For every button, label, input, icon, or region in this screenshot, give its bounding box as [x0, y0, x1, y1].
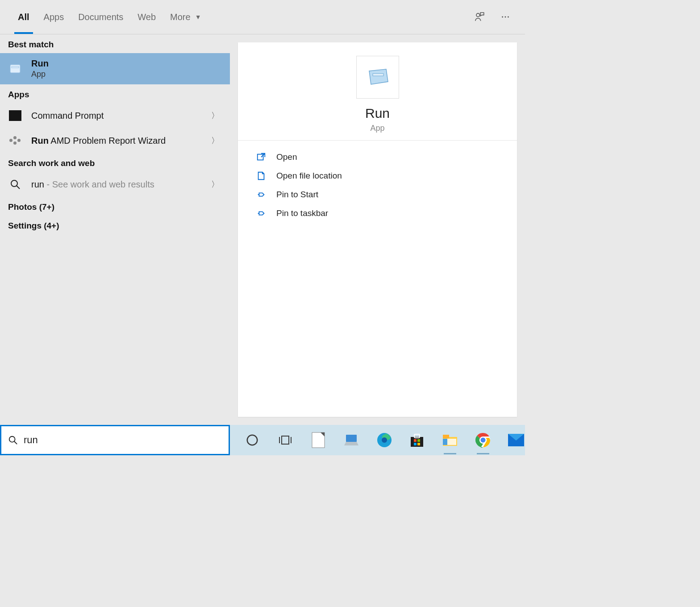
pin-icon — [253, 190, 269, 200]
feedback-icon[interactable] — [471, 8, 488, 26]
action-pin-to-taskbar[interactable]: Pin to taskbar — [238, 204, 517, 223]
result-title: Run — [31, 58, 222, 69]
chevron-right-icon[interactable]: 〉 — [208, 179, 222, 190]
action-label: Open file location — [276, 171, 342, 181]
svg-point-0 — [476, 13, 480, 17]
chevron-right-icon[interactable]: 〉 — [208, 110, 222, 121]
taskbar-chrome[interactable] — [474, 430, 492, 450]
preview-header: Run App — [238, 42, 517, 141]
action-list: Open Open file location Pin to Start Pin… — [238, 141, 517, 230]
cmd-icon — [8, 108, 22, 123]
svg-rect-32 — [443, 439, 447, 445]
svg-line-12 — [14, 441, 17, 444]
svg-rect-26 — [417, 439, 420, 442]
preview-panel: Run App Open Open file location Pin to S… — [238, 42, 517, 417]
section-best-match: Best match — [0, 34, 230, 53]
taskbar — [230, 425, 525, 455]
result-text: run - See work and web results — [31, 179, 208, 190]
tab-apps[interactable]: Apps — [37, 0, 71, 34]
action-label: Open — [276, 152, 297, 162]
taskbar-file-explorer[interactable] — [441, 430, 459, 450]
svg-rect-25 — [414, 439, 417, 442]
svg-point-6 — [11, 180, 17, 187]
run-large-icon — [356, 56, 399, 99]
svg-line-7 — [17, 186, 20, 189]
amd-icon — [8, 133, 22, 148]
taskbar-cortana[interactable] — [243, 430, 261, 450]
pin-icon — [253, 208, 269, 218]
svg-rect-10 — [258, 154, 263, 160]
svg-point-35 — [481, 438, 486, 443]
search-input[interactable] — [24, 434, 223, 446]
svg-point-1 — [502, 17, 503, 18]
taskbar-mail[interactable] — [507, 430, 525, 450]
preview-subtitle: App — [238, 124, 517, 133]
preview-panel-wrapper: Run App Open Open file location Pin to S… — [230, 34, 525, 425]
action-label: Pin to taskbar — [276, 208, 328, 218]
section-apps: Apps — [0, 84, 230, 103]
result-run-app[interactable]: Run App — [0, 53, 230, 84]
svg-rect-4 — [10, 65, 20, 73]
taskbar-store[interactable] — [408, 430, 426, 450]
preview-title: Run — [238, 106, 517, 121]
svg-point-13 — [247, 435, 258, 445]
section-photos[interactable]: Photos (7+) — [0, 197, 230, 216]
svg-rect-5 — [12, 67, 19, 68]
run-icon — [8, 62, 22, 76]
svg-rect-23 — [411, 437, 423, 447]
taskbar-edge[interactable] — [375, 430, 393, 450]
taskbar-task-view[interactable] — [276, 430, 294, 450]
svg-point-3 — [508, 17, 509, 18]
search-icon — [8, 177, 22, 191]
more-options-icon[interactable] — [496, 8, 514, 26]
folder-icon — [253, 171, 269, 181]
svg-rect-28 — [417, 443, 420, 445]
svg-rect-27 — [414, 443, 417, 445]
content-area: Best match Run App Apps Command Prompt 〉… — [0, 34, 525, 425]
svg-rect-19 — [346, 435, 357, 442]
svg-rect-14 — [282, 436, 289, 444]
action-open-file-location[interactable]: Open file location — [238, 166, 517, 185]
result-run-amd-wizard[interactable]: Run AMD Problem Report Wizard 〉 — [0, 128, 230, 153]
tab-documents[interactable]: Documents — [71, 0, 130, 34]
section-settings[interactable]: Settings (4+) — [0, 216, 230, 234]
search-icon — [7, 435, 19, 445]
tab-all[interactable]: All — [11, 0, 37, 34]
result-web-run[interactable]: run - See work and web results 〉 — [0, 172, 230, 197]
action-pin-to-start[interactable]: Pin to Start — [238, 185, 517, 204]
svg-rect-17 — [312, 432, 325, 448]
tab-more-label: More — [170, 12, 191, 22]
result-text: Command Prompt — [31, 111, 208, 121]
tab-more[interactable]: More ▼ — [163, 0, 208, 34]
action-label: Pin to Start — [276, 190, 318, 200]
result-text: Run App — [31, 58, 222, 79]
filter-tabs: All Apps Documents Web More ▼ — [11, 0, 208, 34]
caret-down-icon: ▼ — [195, 13, 201, 21]
svg-marker-20 — [344, 442, 358, 445]
svg-rect-9 — [373, 74, 383, 76]
taskbar-libreoffice[interactable] — [309, 430, 327, 450]
result-command-prompt[interactable]: Command Prompt 〉 — [0, 103, 230, 128]
result-title: Run AMD Problem Report Wizard — [31, 136, 208, 146]
svg-point-11 — [9, 437, 15, 442]
result-text: Run AMD Problem Report Wizard — [31, 136, 208, 146]
result-title: run - See work and web results — [31, 179, 208, 190]
svg-rect-30 — [443, 435, 449, 438]
taskbar-laptop[interactable] — [342, 430, 360, 450]
svg-marker-8 — [369, 69, 388, 84]
svg-point-2 — [505, 17, 506, 18]
result-subtitle: App — [31, 70, 222, 79]
svg-point-22 — [382, 437, 387, 443]
section-search-work-web: Search work and web — [0, 153, 230, 172]
header-actions — [471, 8, 514, 26]
results-panel: Best match Run App Apps Command Prompt 〉… — [0, 34, 230, 425]
filter-header: All Apps Documents Web More ▼ — [0, 0, 525, 34]
chevron-right-icon[interactable]: 〉 — [208, 135, 222, 146]
tab-web[interactable]: Web — [130, 0, 163, 34]
open-icon — [253, 152, 269, 162]
search-bar[interactable] — [0, 425, 230, 455]
action-open[interactable]: Open — [238, 148, 517, 166]
result-title: Command Prompt — [31, 111, 208, 121]
